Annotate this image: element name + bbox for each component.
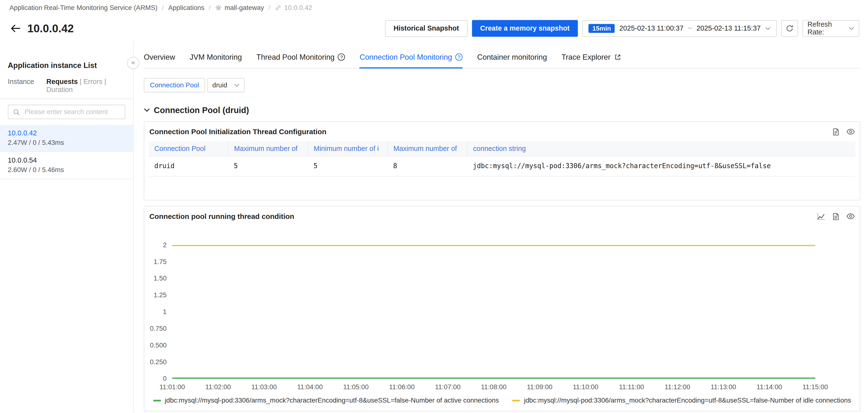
- y-tick-label: 1.50: [154, 274, 166, 282]
- table-cell: 8: [388, 156, 467, 176]
- instance-sidebar: « Application instance List Instance Req…: [0, 41, 134, 413]
- eye-icon[interactable]: [846, 212, 855, 220]
- collapse-sidebar-button[interactable]: «: [127, 57, 139, 69]
- section-connection-pool[interactable]: Connection Pool (druid): [144, 105, 861, 115]
- config-table-head-row: Connection PoolMaximum number ofMinimum …: [149, 141, 856, 156]
- time-range-separator: ~: [688, 25, 692, 32]
- header-actions: Historical Snapshot Create a memory snap…: [385, 20, 859, 37]
- instance-item-10-0-0-42[interactable]: 10.0.0.422.47W / 0 / 5.43ms: [0, 125, 133, 152]
- refresh-rate-label: Refresh Rate:: [808, 21, 849, 36]
- running-thread-card: Connection pool running thread condition: [144, 206, 861, 412]
- sidebar-tab-requests-errors-duration[interactable]: Requests | Errors | Duration: [46, 78, 125, 94]
- x-tick-label: 11:10:00: [573, 383, 598, 391]
- y-tick-label: 1.75: [154, 258, 166, 266]
- x-tick-label: 11:14:00: [756, 383, 782, 391]
- page-body: « Application instance List Instance Req…: [0, 41, 868, 413]
- tab-jvm-monitoring[interactable]: JVM Monitoring: [190, 53, 242, 68]
- x-tick-label: 11:06:00: [389, 383, 414, 391]
- x-tick-label: 11:11:00: [619, 383, 644, 391]
- legend-item[interactable]: jdbc:mysql://mysql-pod:3306/arms_mock?ch…: [153, 397, 499, 404]
- instance-item-10-0-0-54[interactable]: 10.0.0.542.60W / 0 / 5.46ms: [0, 152, 133, 179]
- breadcrumb-separator: /: [162, 4, 164, 12]
- app-gear-icon: [215, 4, 222, 11]
- chart-card-title: Connection pool running thread condition: [149, 212, 294, 220]
- table-cell: 5: [308, 156, 388, 176]
- y-tick-label: 0.250: [150, 358, 166, 366]
- tab-trace-explorer[interactable]: Trace Explorer: [561, 53, 621, 68]
- instance-ip: 10.0.0.54: [8, 157, 125, 164]
- back-arrow-icon: [10, 24, 21, 33]
- connection-pool-filter-label[interactable]: Connection Pool: [144, 78, 205, 93]
- tab-label: Thread Pool Monitoring: [256, 53, 335, 61]
- chart-x-axis: 11:01:0011:02:0011:03:0011:04:0011:05:00…: [172, 383, 815, 391]
- link-icon: [275, 4, 281, 11]
- x-tick-label: 11:12:00: [665, 383, 690, 391]
- y-tick-label: 0.750: [150, 325, 166, 333]
- y-tick-label: 2: [163, 241, 166, 249]
- instance-search: [8, 105, 125, 119]
- tab-label: Overview: [144, 53, 175, 61]
- eye-icon[interactable]: [846, 127, 855, 136]
- refresh-rate-select[interactable]: Refresh Rate:: [802, 20, 859, 37]
- breadcrumb-item-arms[interactable]: Application Real-Time Monitoring Service…: [9, 4, 158, 12]
- help-icon[interactable]: ?: [455, 54, 463, 61]
- tab-label: JVM Monitoring: [190, 53, 242, 61]
- historical-snapshot-button[interactable]: Historical Snapshot: [385, 20, 467, 37]
- refresh-button[interactable]: [781, 20, 798, 37]
- column-header-maximum-number-of[interactable]: Maximum number of: [228, 141, 308, 156]
- x-tick-label: 11:07:00: [435, 383, 461, 391]
- tab-overview[interactable]: Overview: [144, 53, 175, 68]
- legend-color-dash: [153, 400, 161, 401]
- section-title: Connection Pool (druid): [154, 105, 249, 115]
- sidebar-title: Application instance List: [0, 61, 133, 69]
- tab-container-monitoring[interactable]: Container monitoring: [477, 53, 547, 68]
- table-cell: druid: [149, 156, 228, 176]
- search-input[interactable]: [23, 107, 120, 116]
- x-tick-label: 11:02:00: [206, 383, 231, 391]
- breadcrumb-item-current: 10.0.0.42: [284, 4, 312, 12]
- refresh-icon: [786, 25, 794, 32]
- chevron-down-icon: [849, 27, 855, 30]
- sidebar-tab-instance[interactable]: Instance: [8, 78, 34, 94]
- chevron-expanded-icon: [144, 108, 150, 112]
- document-icon[interactable]: [832, 128, 840, 136]
- breadcrumb-item-applications[interactable]: Applications: [168, 4, 204, 12]
- legend-item[interactable]: jdbc:mysql://mysql-pod:3306/arms_mock?ch…: [512, 397, 851, 404]
- pool-config-table: Connection PoolMaximum number ofMinimum …: [149, 141, 856, 177]
- pool-select[interactable]: druid: [208, 78, 245, 93]
- column-header-minimum-number-of-i[interactable]: Minimum number of i: [308, 141, 388, 156]
- tab-label: Container monitoring: [477, 53, 547, 61]
- x-tick-label: 11:08:00: [481, 383, 506, 391]
- chart-legend: jdbc:mysql://mysql-pod:3306/arms_mock?ch…: [149, 397, 856, 404]
- search-icon: [13, 108, 20, 115]
- column-header-connection-string[interactable]: connection string: [467, 141, 856, 156]
- tab-label: Trace Explorer: [561, 53, 611, 61]
- legend-color-dash: [512, 400, 520, 401]
- arms-console: Application Real-Time Monitoring Service…: [0, 0, 868, 413]
- y-tick-label: 1.25: [154, 291, 166, 299]
- breadcrumb-separator: /: [209, 4, 211, 12]
- sidebar-tab-requests-label: Requests: [46, 78, 78, 85]
- breadcrumb-item-app[interactable]: mall-gateway: [225, 4, 264, 12]
- chart-y-axis: 21.751.501.2510.7500.5000.2500: [149, 245, 172, 379]
- time-range-start: 2025-02-13 11:00:37: [619, 25, 683, 32]
- column-header-connection-pool[interactable]: Connection Pool: [149, 141, 228, 156]
- chevron-down-icon: [234, 83, 240, 87]
- tab-label: Connection Pool Monitoring: [360, 53, 452, 61]
- instance-list: 10.0.0.422.47W / 0 / 5.43ms10.0.0.542.60…: [0, 125, 133, 179]
- time-range-end: 2025-02-13 11:15:37: [696, 25, 761, 32]
- line-chart-icon[interactable]: [817, 212, 825, 220]
- tab-thread-pool-monitoring[interactable]: Thread Pool Monitoring?: [256, 53, 345, 68]
- chart-plot-area: [172, 245, 815, 379]
- table-cell: jdbc:mysql://mysql-pod:3306/arms_mock?ch…: [467, 156, 856, 176]
- document-icon[interactable]: [832, 212, 840, 220]
- help-icon[interactable]: ?: [338, 54, 345, 61]
- connection-pool-chart: 21.751.501.2510.7500.5000.2500 11:01:001…: [149, 245, 856, 391]
- create-memory-snapshot-button[interactable]: Create a memory snapshot: [472, 20, 578, 37]
- tab-connection-pool-monitoring[interactable]: Connection Pool Monitoring?: [360, 53, 463, 68]
- column-header-maximum-number-of[interactable]: Maximum number of: [388, 141, 467, 156]
- back-button[interactable]: [9, 23, 22, 34]
- time-range-picker[interactable]: 15min 2025-02-13 11:00:37 ~ 2025-02-13 1…: [582, 20, 777, 37]
- title-bar: 10.0.0.42 Historical Snapshot Create a m…: [0, 15, 868, 41]
- sidebar-tabs: Instance Requests | Errors | Duration: [0, 78, 133, 99]
